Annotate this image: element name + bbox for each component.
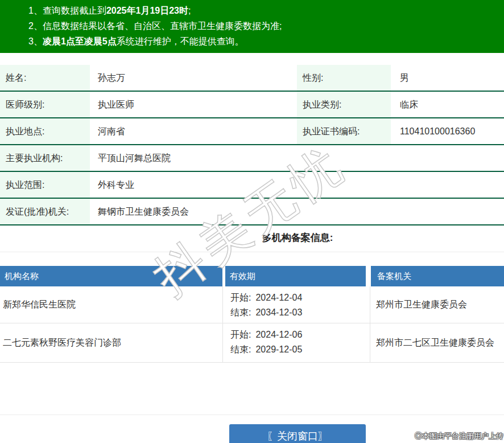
- practitioner-info-table: 姓名: 孙志万 性别: 男 医师级别: 执业医师 执业类别: 临床 执业地点: …: [0, 65, 504, 225]
- practice-scope-value: 外科专业: [90, 172, 504, 198]
- table-row: 发证(批准)机关: 舞钢市卫生健康委员会: [0, 199, 504, 225]
- practice-location-label: 执业地点:: [0, 118, 90, 144]
- end-date: 2034-12-03: [255, 307, 302, 317]
- notice-1-text: 1、查询数据截止到: [28, 6, 106, 15]
- table-row: 二七元素秋野医疗美容门诊部 开始:2024-12-06 结束:2029-12-0…: [0, 323, 504, 363]
- record-authority: 郑州市二七区卫生健康委员会: [370, 323, 504, 362]
- start-label: 开始:: [230, 293, 251, 302]
- issuing-authority-value: 舞钢市卫生健康委员会: [90, 199, 504, 224]
- table-row: 执业地点: 河南省 执业证书编码: 110410100016360: [0, 118, 504, 145]
- registry-table: 机构名称 有效期 备案机关 新郑华信民生医院 开始:2024-12-04 结束:…: [0, 266, 504, 363]
- end-date: 2029-12-05: [255, 344, 302, 354]
- notice-3-bold: 凌晨1点至凌晨5点: [43, 36, 117, 46]
- notice-line-2: 2、信息数据结果以各省、自治区、直辖市卫生健康委数据为准;: [28, 18, 504, 34]
- notice-3-tail: 系统进行维护，不能提供查询。: [117, 36, 244, 46]
- notice-bar: 1、查询数据截止到2025年1月19日23时; 2、信息数据结果以各省、自治区、…: [0, 0, 504, 53]
- close-window-button[interactable]: 〖关闭窗口〗: [229, 424, 366, 443]
- practice-location-value: 河南省: [90, 118, 297, 144]
- notice-line-3: 3、凌晨1点至凌晨5点系统进行维护，不能提供查询。: [28, 34, 504, 49]
- practice-scope-label: 执业范围:: [0, 172, 90, 198]
- certificate-no-value: 110410100016360: [391, 118, 504, 144]
- upload-note-watermark: ◎本图由平台注册用户上传: [415, 431, 503, 441]
- validity-end: 结束:2029-12-05: [230, 342, 370, 357]
- notice-line-1: 1、查询数据截止到2025年1月19日23时;: [28, 3, 504, 18]
- registry-section-header: 多机构备案信息:: [0, 225, 504, 252]
- main-institution-value: 平顶山河舞总医院: [90, 145, 504, 171]
- validity-start: 开始:2024-12-04: [230, 290, 370, 305]
- registry-table-header: 机构名称 有效期 备案机关: [0, 266, 504, 286]
- institution-name: 新郑华信民生医院: [0, 286, 223, 323]
- record-authority: 郑州市卫生健康委员会: [370, 286, 504, 323]
- gender-value: 男: [391, 65, 504, 91]
- end-label: 结束:: [230, 307, 251, 317]
- end-label: 结束:: [230, 344, 251, 354]
- section-title: 多机构备案信息:: [91, 225, 504, 251]
- validity-period: 开始:2024-12-06 结束:2029-12-05: [223, 323, 370, 362]
- column-header-validity: 有效期: [225, 266, 366, 286]
- validity-end: 结束:2034-12-03: [230, 305, 370, 320]
- notice-2-text: 2、信息数据结果以各省、自治区、直辖市卫生健康委数据为准;: [28, 21, 282, 31]
- practice-type-label: 执业类别:: [297, 92, 391, 117]
- practice-type-value: 临床: [391, 92, 504, 117]
- institution-name: 二七元素秋野医疗美容门诊部: [0, 323, 223, 362]
- start-date: 2024-12-04: [255, 293, 302, 302]
- doctor-level-label: 医师级别:: [0, 92, 90, 117]
- name-label: 姓名:: [0, 65, 90, 91]
- gender-label: 性别:: [297, 65, 391, 91]
- doctor-level-value: 执业医师: [90, 92, 297, 117]
- name-value: 孙志万: [90, 65, 297, 91]
- bottom-divider: [0, 415, 504, 415]
- notice-1-tail: ;: [188, 6, 191, 15]
- column-header-institution: 机构名称: [0, 266, 222, 286]
- issuing-authority-label: 发证(批准)机关:: [0, 199, 90, 224]
- validity-period: 开始:2024-12-04 结束:2034-12-03: [223, 286, 370, 323]
- table-row: 主要执业机构: 平顶山河舞总医院: [0, 145, 504, 172]
- start-date: 2024-12-06: [255, 330, 302, 339]
- table-row: 姓名: 孙志万 性别: 男: [0, 65, 504, 92]
- start-label: 开始:: [230, 330, 251, 339]
- main-institution-label: 主要执业机构:: [0, 145, 90, 171]
- notice-1-bold: 2025年1月19日23时: [106, 6, 188, 15]
- column-header-authority: 备案机关: [371, 266, 504, 286]
- certificate-no-label: 执业证书编码:: [297, 118, 391, 144]
- table-row: 新郑华信民生医院 开始:2024-12-04 结束:2034-12-03 郑州市…: [0, 286, 504, 323]
- table-row: 执业范围: 外科专业: [0, 172, 504, 199]
- validity-start: 开始:2024-12-06: [230, 327, 370, 342]
- notice-3-text: 3、: [28, 36, 43, 46]
- table-row: 医师级别: 执业医师 执业类别: 临床: [0, 92, 504, 118]
